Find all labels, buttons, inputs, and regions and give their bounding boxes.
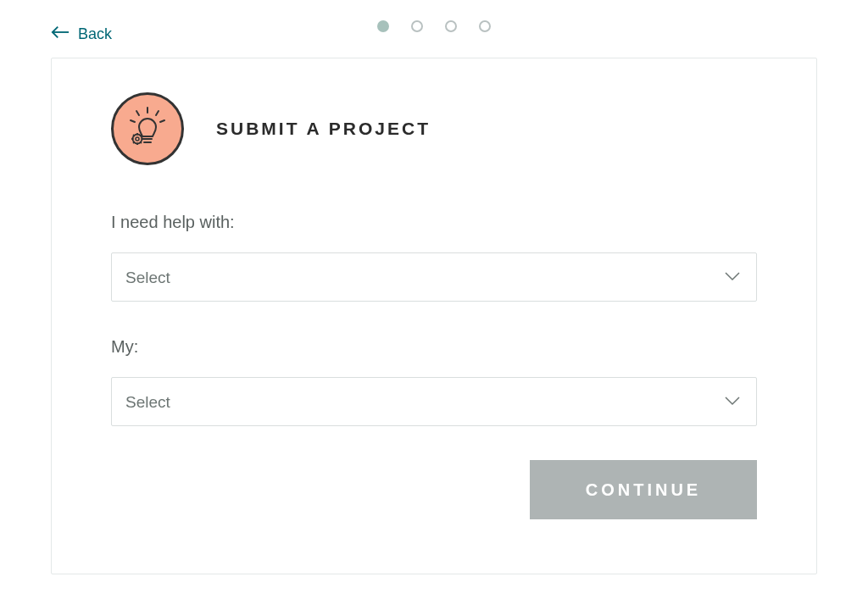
card-header: SUBMIT A PROJECT xyxy=(111,92,757,165)
svg-line-3 xyxy=(156,111,159,115)
form-card: SUBMIT A PROJECT I need help with: Selec… xyxy=(51,58,817,574)
back-label: Back xyxy=(78,25,112,43)
step-dot-1 xyxy=(377,20,389,32)
step-dot-3 xyxy=(445,20,457,32)
step-dot-4 xyxy=(479,20,491,32)
my-group: My: Select xyxy=(111,337,757,426)
my-select[interactable]: Select xyxy=(111,377,757,426)
continue-button[interactable]: CONTINUE xyxy=(530,460,757,519)
my-label: My: xyxy=(111,337,757,357)
svg-line-4 xyxy=(131,120,135,122)
back-button[interactable]: Back xyxy=(51,25,112,44)
svg-line-17 xyxy=(140,135,142,136)
help-with-select-wrap: Select xyxy=(111,252,757,302)
help-with-group: I need help with: Select xyxy=(111,213,757,302)
page-title: SUBMIT A PROJECT xyxy=(216,119,431,139)
svg-line-5 xyxy=(160,120,164,122)
top-bar: Back xyxy=(0,0,868,47)
my-select-wrap: Select xyxy=(111,377,757,426)
help-with-label: I need help with: xyxy=(111,213,757,232)
svg-line-16 xyxy=(133,141,135,143)
progress-stepper xyxy=(377,20,491,32)
lightbulb-gear-icon xyxy=(111,92,184,165)
svg-line-15 xyxy=(140,141,142,143)
svg-line-14 xyxy=(133,135,135,136)
svg-line-2 xyxy=(136,111,139,115)
svg-point-9 xyxy=(136,137,139,141)
step-dot-2 xyxy=(411,20,423,32)
help-with-select[interactable]: Select xyxy=(111,252,757,302)
arrow-left-icon xyxy=(51,25,70,44)
